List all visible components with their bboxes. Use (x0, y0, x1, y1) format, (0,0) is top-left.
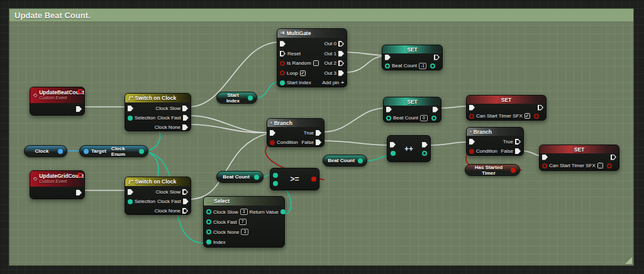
node-branch-1[interactable]: ‹ Branch True Condition False (267, 118, 325, 147)
sfx-out-pin[interactable] (534, 114, 539, 119)
exec-out-pin-clock-fast[interactable] (183, 115, 189, 121)
exec-out-pin-clock-slow[interactable] (182, 189, 188, 195)
node-switch-on-clock-1[interactable]: ƒ* Switch on Clock Clock Slow Selection … (125, 93, 191, 131)
is-random-pin[interactable] (280, 61, 285, 66)
pill-beat-count-mid[interactable]: Beat Count (323, 155, 367, 167)
exec-out-pin-clock-slow[interactable] (182, 106, 188, 111)
blueprint-graph-canvas[interactable]: Update Beat Count. ◇ (0, 0, 644, 274)
gte-result-pin[interactable] (311, 177, 316, 182)
increment-output-pin[interactable] (422, 151, 427, 156)
start-index-pin[interactable] (280, 80, 285, 85)
exec-in-pin[interactable] (270, 130, 275, 136)
node-set-can-start-timer-sfx-true[interactable]: SET Can Start Timer SFX ✓ (466, 95, 547, 121)
exec-in-pin[interactable] (128, 189, 133, 195)
selection-pin[interactable] (128, 116, 133, 121)
sfx-checkbox[interactable] (597, 163, 603, 168)
option-pin-clock-fast[interactable] (206, 219, 211, 224)
add-pin-label[interactable]: Add pin (322, 80, 339, 85)
loop-pin[interactable] (280, 70, 285, 75)
pill-clock-enum-getter[interactable]: Target Clock Enum (79, 145, 148, 157)
delegate-pin[interactable] (78, 89, 82, 94)
beat-count-out-pin[interactable] (431, 116, 436, 121)
exec-out-pin-0[interactable] (338, 41, 344, 47)
start-index-out-pin[interactable] (248, 96, 253, 101)
clock-out-pin[interactable] (58, 149, 63, 154)
exec-out-pin[interactable] (611, 155, 616, 160)
node-switch-on-clock-2[interactable]: ƒ* Switch on Clock Clock Slow Selection … (125, 177, 191, 215)
node-greater-equal[interactable]: >= (270, 168, 319, 190)
exec-out-pin-3[interactable] (338, 70, 344, 76)
node-update-beat-count-event[interactable]: ◇ UpdateBeatCount Custom Event (30, 87, 85, 116)
value-input[interactable]: -1 (419, 63, 426, 69)
beat-count-out-pin[interactable] (430, 63, 435, 68)
node-set-can-start-timer-sfx-false[interactable]: SET Can Start Timer SFX (539, 145, 619, 171)
option-pin-clock-none[interactable] (206, 229, 211, 234)
value-input[interactable]: 0 (420, 115, 428, 121)
comment-resize-handle[interactable] (625, 257, 632, 264)
sfx-in-pin[interactable] (469, 114, 474, 119)
is-random-checkbox[interactable] (313, 60, 319, 66)
exec-out-pin-false[interactable] (316, 140, 321, 145)
node-update-grid-count-event[interactable]: ◇ UpdateGridCount Custom Event (30, 170, 85, 199)
exec-out-pin-true[interactable] (316, 130, 321, 136)
exec-out-pin[interactable] (434, 55, 440, 60)
node-branch-2[interactable]: ‹ Branch True Condition False (466, 127, 524, 156)
comment-titlebar[interactable]: Update Beat Count. (9, 9, 633, 22)
sfx-in-pin[interactable] (542, 163, 547, 168)
increment-input-pin[interactable] (391, 151, 396, 156)
exec-out-pin-clock-none[interactable] (182, 124, 188, 130)
exec-out-pin[interactable] (433, 107, 438, 112)
exec-out-pin-false[interactable] (515, 148, 521, 154)
beat-count-in-pin[interactable] (385, 63, 390, 68)
node-increment[interactable]: ++ (387, 135, 431, 162)
exec-in-pin[interactable] (469, 139, 475, 145)
beat-count-in-pin[interactable] (386, 116, 391, 121)
target-in-pin[interactable] (84, 149, 89, 154)
pill-beat-count-lower[interactable]: Beat Count (216, 171, 264, 183)
sfx-checkbox[interactable]: ✓ (525, 113, 530, 119)
exec-in-pin[interactable] (385, 55, 391, 60)
pill-clock-variable[interactable]: Clock (24, 145, 67, 157)
delegate-pin[interactable] (78, 173, 82, 177)
pill-start-index[interactable]: Start Index (216, 92, 257, 104)
exec-out-pin-true[interactable] (515, 139, 521, 145)
exec-in-pin[interactable] (386, 107, 392, 112)
reset-pin[interactable] (280, 51, 286, 57)
exec-in-pin[interactable] (280, 41, 286, 47)
exec-out-pin[interactable] (76, 106, 82, 112)
has-started-timer-out-pin[interactable] (511, 168, 516, 173)
sfx-out-pin[interactable] (607, 163, 612, 168)
return-value-pin[interactable] (280, 209, 286, 214)
exec-out-pin[interactable] (422, 142, 428, 148)
gte-input-a-pin[interactable] (273, 173, 278, 178)
exec-in-pin[interactable] (390, 142, 396, 148)
loop-checkbox[interactable]: ✓ (300, 70, 306, 76)
gte-input-b-pin[interactable] (273, 181, 278, 186)
option-value-clock-fast[interactable]: 7 (239, 219, 247, 225)
node-set-beat-count-zero[interactable]: SET Beat Count 0 (383, 97, 441, 123)
exec-out-pin-1[interactable] (338, 51, 344, 57)
exec-in-pin[interactable] (469, 105, 475, 111)
beat-count-out-pin[interactable] (254, 175, 259, 180)
exec-in-pin[interactable] (128, 106, 133, 111)
selection-pin[interactable] (128, 199, 133, 204)
beat-count-out-pin[interactable] (358, 158, 363, 163)
exec-out-pin-clock-none[interactable] (182, 208, 188, 214)
option-value-clock-slow[interactable]: 3 (240, 209, 248, 215)
node-multigate[interactable]: ⇉ MultiGate Out 0 Reset Out 1 Is Random … (277, 28, 347, 87)
option-value-clock-none[interactable]: 3 (241, 229, 248, 235)
exec-out-pin-clock-fast[interactable] (183, 199, 189, 204)
exec-out-pin[interactable] (76, 190, 82, 195)
option-pin-clock-slow[interactable] (206, 209, 211, 214)
exec-in-pin[interactable] (542, 155, 548, 160)
index-pin[interactable] (206, 239, 211, 244)
node-select[interactable]: → Select Clock Slow 3 Return Value Clock… (203, 196, 285, 248)
exec-out-pin-2[interactable] (338, 60, 344, 66)
condition-pin[interactable] (469, 149, 474, 154)
node-set-beat-count-neg1[interactable]: SET Beat Count -1 (382, 45, 443, 70)
pill-has-started-timer[interactable]: Has Started Timer (465, 164, 520, 176)
condition-pin[interactable] (270, 140, 275, 145)
plus-icon[interactable]: + (341, 80, 344, 85)
clock-enum-out-pin[interactable] (139, 149, 144, 154)
exec-out-pin[interactable] (538, 105, 543, 111)
